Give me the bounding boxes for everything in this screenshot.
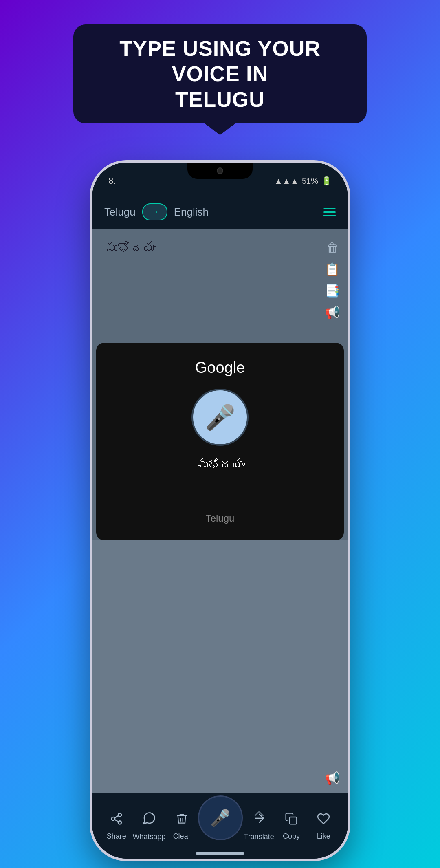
google-voice-dialog: Google 🎤 సుభోదయం Telugu — [96, 343, 344, 540]
status-icons: ▲▲▲ 51% 🔋 — [275, 176, 332, 186]
text-input-area: సుభోదయం 🗑 📋 📑 📢 — [92, 229, 348, 343]
status-bar: 8. ▲▲▲ 51% 🔋 — [92, 163, 348, 195]
home-indicator — [196, 852, 244, 855]
nav-mic-icon: 🎤 — [210, 809, 231, 828]
status-time: 8. — [108, 176, 116, 186]
copy-double-icon[interactable]: 📑 — [325, 284, 340, 298]
phone-shell: 8. ▲▲▲ 51% 🔋 Telugu → English — [90, 160, 350, 861]
share-icon — [110, 812, 123, 829]
svg-rect-5 — [290, 817, 297, 824]
nav-clear-label: Clear — [173, 832, 191, 841]
nav-like-label: Like — [317, 832, 330, 841]
nav-share-label: Share — [107, 832, 126, 841]
signal-icon: ▲▲▲ — [275, 176, 299, 186]
svg-line-4 — [114, 815, 118, 817]
header-banner: TYPE USING YOUR VOICE IN TELUGU — [73, 24, 367, 123]
nav-share[interactable]: Share — [100, 812, 132, 841]
speaker-bottom-icon[interactable]: 📢 — [325, 771, 340, 785]
nav-translate[interactable]: Translate — [243, 811, 275, 841]
power-button[interactable] — [349, 293, 350, 342]
nav-translate-label: Translate — [244, 833, 274, 841]
language-pair: Telugu → English — [104, 203, 209, 220]
nav-mic-center[interactable]: 🎤 — [198, 795, 243, 840]
nav-whatsapp-label: Whatsapp — [132, 833, 165, 841]
clear-icon — [175, 812, 188, 829]
camera-dot — [217, 167, 223, 174]
recognized-text: సుభోదయం — [195, 458, 245, 472]
nav-clear[interactable]: Clear — [165, 812, 198, 841]
app-header: Telugu → English — [92, 195, 348, 229]
delete-icon[interactable]: 🗑 — [326, 241, 339, 255]
volume-up-button[interactable] — [90, 277, 91, 309]
battery-icon: 🔋 — [321, 176, 332, 186]
svg-point-2 — [118, 821, 121, 824]
nav-whatsapp[interactable]: Whatsapp — [132, 811, 165, 841]
output-area: 📢 — [92, 540, 348, 793]
banner-text: TYPE USING YOUR VOICE IN TELUGU — [94, 36, 346, 112]
copy-icon — [285, 812, 298, 829]
mic-icon: 🎤 — [205, 403, 235, 432]
target-language: English — [174, 206, 209, 218]
output-side-actions: 📢 — [325, 771, 340, 785]
whatsapp-icon — [142, 811, 156, 829]
input-telugu-text[interactable]: సుభోదయం — [104, 241, 321, 335]
mic-button[interactable]: 🎤 — [191, 389, 249, 446]
svg-line-3 — [114, 820, 118, 822]
language-switch-button[interactable]: → — [142, 203, 167, 220]
like-icon — [317, 812, 330, 829]
nav-like[interactable]: Like — [308, 812, 340, 841]
phone-wrapper: 8. ▲▲▲ 51% 🔋 Telugu → English — [90, 160, 350, 861]
battery-level: 51% — [302, 176, 318, 186]
google-title: Google — [195, 359, 245, 377]
translate-icon — [252, 811, 266, 829]
language-indicator: Telugu — [206, 513, 235, 524]
phone-screen: 8. ▲▲▲ 51% 🔋 Telugu → English — [92, 163, 348, 859]
side-actions: 🗑 📋 📑 📢 — [321, 241, 340, 335]
content-area: సుభోదయం 🗑 📋 📑 📢 Google 🎤 సుభోదయం — [92, 229, 348, 793]
source-language: Telugu — [104, 206, 136, 218]
notch — [187, 163, 253, 179]
copy-single-icon[interactable]: 📋 — [325, 262, 340, 276]
svg-point-0 — [118, 813, 121, 816]
speaker-top-icon[interactable]: 📢 — [325, 305, 340, 319]
nav-copy-label: Copy — [283, 832, 300, 841]
volume-down-button[interactable] — [90, 322, 91, 354]
bottom-nav: Share Whatsapp — [92, 793, 348, 859]
menu-button[interactable] — [323, 208, 336, 216]
nav-copy[interactable]: Copy — [275, 812, 307, 841]
svg-point-1 — [112, 817, 115, 820]
